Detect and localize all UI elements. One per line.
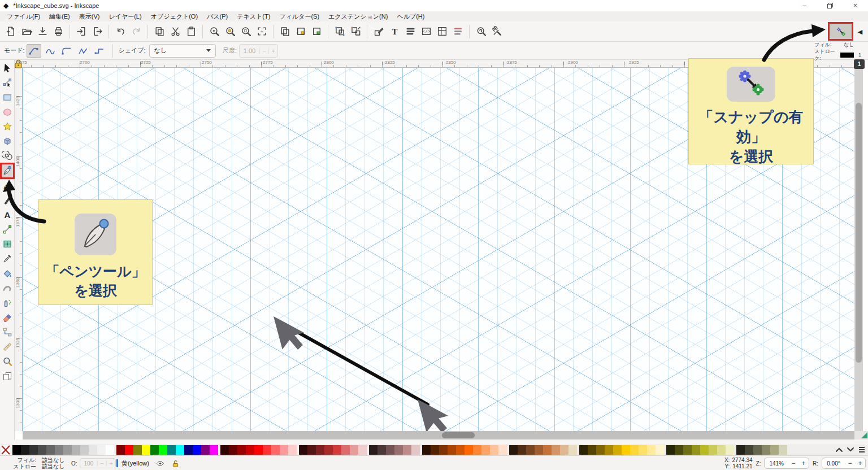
color-swatch[interactable] [21, 445, 29, 455]
color-swatch[interactable] [193, 445, 201, 455]
menu-item-t[interactable]: テキスト(T) [232, 11, 275, 21]
color-swatch[interactable] [377, 445, 386, 455]
color-swatch[interactable] [736, 445, 745, 455]
color-swatch[interactable] [431, 445, 439, 455]
color-swatch[interactable] [97, 445, 106, 455]
mode-paraxial-button[interactable] [92, 44, 107, 58]
color-swatch[interactable] [518, 445, 526, 455]
restore-button[interactable] [817, 0, 843, 11]
color-swatch[interactable] [717, 445, 726, 455]
color-swatch[interactable] [125, 445, 133, 455]
menu-item-p[interactable]: パス(P) [202, 11, 232, 21]
color-swatch[interactable] [201, 445, 210, 455]
color-swatch[interactable] [229, 445, 237, 455]
color-swatch[interactable] [726, 445, 734, 455]
xml-editor-button[interactable]: </> [418, 24, 434, 40]
tool-connector[interactable] [1, 325, 14, 339]
menu-item-f[interactable]: ファイル(F) [2, 11, 45, 21]
document-export-button[interactable] [89, 24, 105, 40]
color-swatch[interactable] [465, 445, 473, 455]
text-dialog-button[interactable]: T [387, 24, 402, 40]
color-swatch[interactable] [473, 445, 481, 455]
color-swatch[interactable] [560, 445, 568, 455]
color-swatch[interactable] [324, 445, 333, 455]
tool-rectangle[interactable] [1, 90, 14, 104]
color-swatch[interactable] [456, 445, 465, 455]
color-swatch[interactable] [369, 445, 377, 455]
zoom-out-button[interactable]: − [788, 459, 798, 467]
mode-straight-button[interactable] [76, 44, 90, 58]
color-swatch[interactable] [666, 445, 675, 455]
align-dialog-button[interactable] [434, 24, 450, 40]
color-swatch[interactable] [700, 445, 709, 455]
palette-scroll-up-icon[interactable] [835, 446, 843, 453]
tool-text[interactable]: A [1, 208, 14, 221]
layers-dialog-button[interactable] [402, 24, 418, 40]
scale-decrease-button[interactable]: − [259, 47, 268, 54]
color-swatch[interactable] [448, 445, 456, 455]
tool-gradient[interactable] [1, 223, 14, 236]
color-swatch[interactable] [142, 445, 150, 455]
color-swatch[interactable] [762, 445, 770, 455]
zoom-fit-button[interactable] [254, 24, 270, 40]
color-swatch[interactable] [779, 445, 787, 455]
minimize-button[interactable]: – [792, 0, 817, 11]
opacity-decrease-button[interactable]: − [97, 460, 106, 467]
stroke-color-swatch[interactable] [840, 53, 854, 58]
tool-ellipse[interactable] [1, 105, 14, 119]
objects-dialog-button[interactable] [450, 24, 466, 40]
no-color-swatch[interactable] [1, 445, 10, 455]
page-number-badge[interactable]: 1 [854, 59, 865, 69]
color-swatch[interactable] [176, 445, 184, 455]
edit-undo-button[interactable] [112, 24, 128, 40]
color-swatch[interactable] [605, 445, 613, 455]
tool-tweak[interactable] [1, 281, 14, 295]
color-swatch[interactable] [481, 445, 490, 455]
color-managed-icon[interactable] [861, 432, 868, 439]
mode-bezier-button[interactable] [27, 44, 41, 58]
color-swatch[interactable] [552, 445, 560, 455]
tool-pen[interactable] [1, 164, 14, 177]
color-swatch[interactable] [630, 445, 639, 455]
preferences-button[interactable] [489, 24, 505, 40]
color-swatch[interactable] [46, 445, 55, 455]
color-swatch[interactable] [596, 445, 605, 455]
menu-item-s[interactable]: フィルター(S) [275, 11, 324, 21]
color-swatch[interactable] [683, 445, 692, 455]
color-swatch[interactable] [490, 445, 498, 455]
color-swatch[interactable] [12, 445, 21, 455]
edit-redo-button[interactable] [128, 24, 144, 40]
color-swatch[interactable] [63, 445, 72, 455]
tool-mesh[interactable] [1, 237, 14, 251]
tool-box-3d[interactable] [1, 134, 14, 148]
rotate-ccw-button[interactable]: − [845, 459, 855, 467]
color-swatch[interactable] [509, 445, 518, 455]
horizontal-scrollbar[interactable] [23, 431, 854, 439]
document-save-button[interactable] [34, 24, 50, 40]
mode-polyline-button[interactable] [59, 44, 74, 58]
tool-calligraphy[interactable] [1, 193, 14, 207]
vertical-scrollbar[interactable] [854, 68, 863, 431]
color-swatch[interactable] [55, 445, 63, 455]
rotate-cw-button[interactable]: + [855, 459, 865, 467]
color-swatch[interactable] [280, 445, 288, 455]
color-swatch[interactable] [639, 445, 647, 455]
unlink-clone-button[interactable] [309, 24, 324, 40]
palette-menu-icon[interactable] [858, 446, 866, 453]
menu-item-e[interactable]: 編集(E) [45, 11, 75, 21]
tool-pages[interactable] [1, 369, 14, 383]
color-swatch[interactable] [439, 445, 448, 455]
color-swatch[interactable] [692, 445, 700, 455]
color-swatch[interactable] [745, 445, 753, 455]
current-layer-name[interactable]: 黄(yellow) [121, 459, 149, 468]
zoom-page-button[interactable] [238, 24, 254, 40]
edit-cut-button[interactable] [167, 24, 183, 40]
opacity-increase-button[interactable]: + [106, 460, 115, 467]
tool-paint-bucket[interactable] [1, 267, 14, 280]
color-swatch[interactable] [38, 445, 46, 455]
color-swatch[interactable] [394, 445, 403, 455]
color-swatch[interactable] [753, 445, 762, 455]
color-swatch[interactable] [116, 445, 125, 455]
menu-item-n[interactable]: エクステンション(N) [324, 11, 392, 21]
color-swatch[interactable] [246, 445, 254, 455]
